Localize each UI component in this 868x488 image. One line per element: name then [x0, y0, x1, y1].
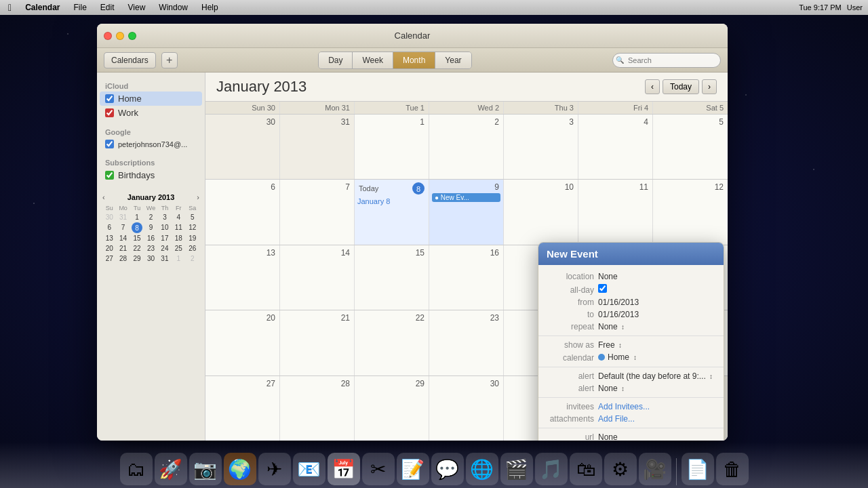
cell-31[interactable]: 31 — [280, 115, 355, 179]
cell-30b[interactable]: 30 — [429, 376, 504, 441]
mini-day[interactable]: 30 — [102, 212, 116, 222]
cell-21[interactable]: 21 — [280, 310, 355, 375]
dock-mail[interactable]: 📧 — [293, 453, 326, 485]
calendars-button[interactable]: Calendars — [104, 52, 156, 68]
search-input[interactable] — [612, 53, 721, 68]
mini-day[interactable]: 24 — [158, 243, 172, 253]
showas-dropdown-icon[interactable]: ↕ — [618, 342, 622, 349]
mini-day[interactable]: 30 — [144, 253, 157, 264]
google-checkbox[interactable] — [105, 140, 114, 148]
cell-23[interactable]: 23 — [429, 310, 504, 375]
dock-appstore[interactable]: 🛍 — [570, 453, 602, 485]
dock-finder[interactable]: 🗂 — [120, 453, 153, 485]
menubar-edit[interactable]: Edit — [98, 3, 117, 12]
menubar-app[interactable]: Calendar — [22, 3, 62, 12]
dock-launchpad[interactable]: 🚀 — [155, 453, 187, 485]
maximize-button[interactable] — [128, 32, 136, 40]
mini-day[interactable]: 27 — [102, 253, 116, 264]
dock-safari[interactable]: 🌐 — [466, 453, 498, 485]
cell-9[interactable]: 9 ● New Ev... — [429, 180, 504, 244]
cell-6[interactable]: 6 — [205, 180, 280, 244]
sidebar-item-work[interactable]: Work — [97, 106, 205, 120]
dock-dvd[interactable]: 🎬 — [500, 453, 533, 485]
alert1-dropdown-icon[interactable]: ↕ — [709, 373, 713, 380]
cell-11[interactable]: 11 — [578, 180, 653, 244]
mini-day[interactable]: 20 — [102, 243, 116, 253]
sidebar-item-google[interactable]: peterjohnson734@... — [97, 138, 205, 150]
apple-menu[interactable]:  — [5, 2, 14, 13]
mini-day[interactable]: 2 — [144, 212, 157, 222]
menubar-view[interactable]: View — [125, 3, 149, 12]
cell-7[interactable]: 7 — [280, 180, 355, 244]
mini-day[interactable]: 16 — [144, 233, 157, 243]
dock-airdrop[interactable]: ✈ — [258, 453, 291, 485]
mini-day[interactable]: 17 — [158, 233, 172, 243]
mini-day[interactable]: 29 — [130, 253, 144, 264]
cal-today-button[interactable]: Today — [663, 79, 699, 94]
add-calendar-button[interactable]: + — [161, 52, 178, 68]
cell-30[interactable]: 30 — [205, 115, 280, 179]
mini-day[interactable]: 10 — [158, 222, 172, 233]
cell-15[interactable]: 15 — [355, 245, 429, 310]
dock-firefox[interactable]: 🌍 — [224, 453, 256, 485]
close-button[interactable] — [104, 32, 112, 40]
dock-systemprefs[interactable]: ⚙ — [604, 453, 637, 485]
dock-photo[interactable]: 📷 — [189, 453, 222, 485]
cell-wed2[interactable]: 2 — [429, 115, 504, 179]
mini-day[interactable]: 15 — [130, 233, 144, 243]
mini-day-today[interactable]: 8 — [132, 222, 142, 233]
view-day-button[interactable]: Day — [319, 52, 353, 68]
sidebar-item-home[interactable]: Home — [100, 92, 202, 106]
home-checkbox[interactable] — [105, 94, 114, 103]
cell-27[interactable]: 27 — [205, 376, 280, 441]
cell-13[interactable]: 13 — [205, 245, 280, 310]
mini-day[interactable]: 25 — [172, 243, 185, 253]
menubar-help[interactable]: Help — [199, 3, 221, 12]
mini-day[interactable]: 23 — [144, 243, 157, 253]
cell-3[interactable]: 3 — [504, 115, 578, 179]
mini-day[interactable]: 11 — [172, 222, 185, 233]
cell-20[interactable]: 20 — [205, 310, 280, 375]
alert2-dropdown-icon[interactable]: ↕ — [621, 385, 625, 392]
mini-day[interactable]: 19 — [186, 233, 199, 243]
mini-day[interactable]: 14 — [116, 233, 130, 243]
dock-documents[interactable]: 📄 — [682, 453, 714, 485]
mini-day[interactable]: 31 — [158, 253, 172, 264]
dock-itunes[interactable]: 🎵 — [535, 453, 568, 485]
mini-day[interactable]: 6 — [102, 222, 116, 233]
dock-trash[interactable]: 🗑 — [716, 453, 749, 485]
minimize-button[interactable] — [116, 32, 124, 40]
new-event-pill[interactable]: ● New Ev... — [432, 193, 500, 202]
invitees-value[interactable]: Add Invitees... — [598, 402, 715, 411]
cell-today-8[interactable]: Today 8 January 8 — [355, 180, 429, 244]
calendar-dropdown-icon[interactable]: ↕ — [633, 354, 637, 361]
mini-day[interactable]: 26 — [186, 243, 199, 253]
cal-prev-button[interactable]: ‹ — [645, 79, 660, 94]
repeat-dropdown-icon[interactable]: ↕ — [621, 323, 625, 331]
cell-4[interactable]: 4 — [578, 115, 653, 179]
cell-14[interactable]: 14 — [280, 245, 355, 310]
mini-day[interactable]: 28 — [116, 253, 130, 264]
dock-quicktime[interactable]: 🎥 — [639, 453, 671, 485]
mini-day[interactable]: 13 — [102, 233, 116, 243]
mini-day[interactable]: 31 — [116, 212, 130, 222]
mini-day[interactable]: 18 — [172, 233, 185, 243]
dock-messages[interactable]: 💬 — [431, 453, 464, 485]
mini-day[interactable]: 22 — [130, 243, 144, 253]
cell-10[interactable]: 10 — [504, 180, 578, 244]
birthdays-checkbox[interactable] — [105, 171, 114, 180]
cell-1[interactable]: 1 — [355, 115, 429, 179]
menubar-file[interactable]: File — [71, 3, 89, 12]
dock-scissor[interactable]: ✂ — [362, 453, 395, 485]
cell-29[interactable]: 29 — [355, 376, 429, 441]
attachments-value[interactable]: Add File... — [598, 414, 715, 424]
mini-day[interactable]: 7 — [116, 222, 130, 233]
cell-28[interactable]: 28 — [280, 376, 355, 441]
cell-22[interactable]: 22 — [355, 310, 429, 375]
mini-day[interactable]: 2 — [186, 253, 199, 264]
mini-cal-next[interactable]: › — [197, 193, 199, 201]
mini-day[interactable]: 1 — [130, 212, 144, 222]
cal-next-button[interactable]: › — [702, 79, 717, 94]
cell-12[interactable]: 12 — [653, 180, 728, 244]
mini-day[interactable]: 3 — [158, 212, 172, 222]
